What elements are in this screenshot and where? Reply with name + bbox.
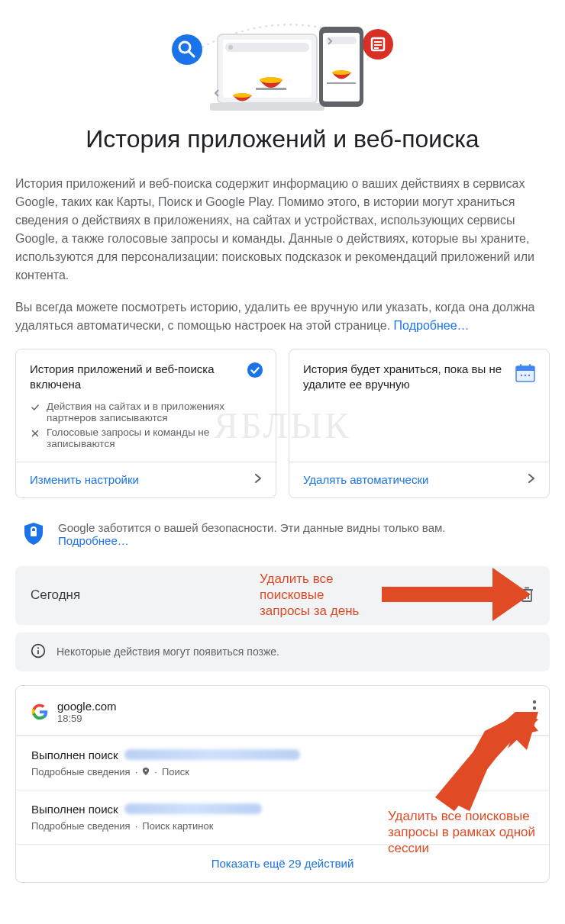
activity-row-source: Поиск xyxy=(162,766,189,778)
change-settings-label: Изменить настройки xyxy=(30,473,139,486)
activity-row-prefix: Выполнен поиск xyxy=(31,803,118,816)
dot-separator: · xyxy=(135,820,138,832)
delete-day-button[interactable] xyxy=(519,586,534,605)
svg-rect-32 xyxy=(522,590,531,601)
calendar-icon xyxy=(514,362,537,388)
svg-point-28 xyxy=(521,375,522,376)
shield-icon xyxy=(23,521,44,548)
svg-rect-26 xyxy=(520,364,521,368)
svg-point-30 xyxy=(528,375,530,376)
activity-site: google.com xyxy=(57,700,117,713)
svg-rect-31 xyxy=(31,531,37,536)
svg-point-11 xyxy=(228,45,233,50)
x-icon xyxy=(30,428,40,439)
svg-point-13 xyxy=(260,77,282,83)
card-activity-enabled: История приложений и веб-поиска включена… xyxy=(15,349,276,498)
svg-point-15 xyxy=(233,93,251,98)
page-description-2: Вы всегда можете посмотреть историю, уда… xyxy=(15,298,550,335)
auto-delete-button[interactable]: Удалять автоматически xyxy=(289,462,549,497)
activity-header: google.com 18:59 xyxy=(16,686,549,727)
card-sub-2-text: Голосовые запросы и команды не записываю… xyxy=(47,427,262,449)
svg-point-21 xyxy=(247,362,263,378)
svg-point-42 xyxy=(533,700,536,703)
svg-rect-25 xyxy=(516,366,534,371)
card-retention-title: История будет храниться, пока вы не удал… xyxy=(303,362,535,393)
info-bar: Некоторые действия могут появиться позже… xyxy=(15,633,550,671)
svg-point-45 xyxy=(145,769,147,771)
info-bar-text: Некоторые действия могут появиться позже… xyxy=(56,646,279,658)
settings-cards: История приложений и веб-поиска включена… xyxy=(15,349,550,498)
dot-separator: · xyxy=(135,766,138,778)
hero-svg xyxy=(153,8,412,114)
activity-more-button[interactable] xyxy=(532,700,537,719)
trash-icon xyxy=(519,586,534,603)
dot-separator: · xyxy=(154,766,157,778)
card-sub-1-text: Действия на сайтах и в приложениях партн… xyxy=(47,401,262,423)
svg-point-29 xyxy=(525,375,526,376)
change-settings-button[interactable]: Изменить настройки xyxy=(16,462,276,497)
svg-rect-37 xyxy=(382,587,496,602)
activity-row-details[interactable]: Подробные сведения xyxy=(31,820,131,832)
svg-rect-12 xyxy=(210,103,324,111)
location-pin-icon xyxy=(142,766,150,778)
activity-card: google.com 18:59 Выполнен поиск Подробны… xyxy=(15,685,550,883)
today-header: Сегодня Удалить все поисковые запросы за… xyxy=(15,566,550,625)
page-title: История приложений и веб-поиска xyxy=(15,125,550,153)
today-label: Сегодня xyxy=(31,588,80,603)
chevron-right-icon xyxy=(254,473,262,487)
svg-point-41 xyxy=(37,647,39,649)
chevron-right-icon xyxy=(528,473,535,487)
svg-rect-20 xyxy=(327,82,356,84)
show-more-button[interactable]: Показать ещё 29 действий xyxy=(16,844,549,882)
security-learn-more-link[interactable]: Подробнее… xyxy=(58,534,129,547)
redacted-query xyxy=(124,749,300,760)
svg-point-0 xyxy=(172,34,202,65)
check-circle-icon xyxy=(247,362,263,382)
card-sub-item-2: Голосовые запросы и команды не записываю… xyxy=(30,427,262,449)
activity-row: Выполнен поиск Подробные сведения · Поис… xyxy=(16,790,549,844)
card-retention: История будет храниться, пока вы не удал… xyxy=(289,349,550,498)
svg-rect-27 xyxy=(529,364,531,368)
google-logo-icon xyxy=(31,703,48,720)
more-vertical-icon xyxy=(532,700,537,716)
auto-delete-label: Удалять автоматически xyxy=(303,473,428,486)
activity-time: 18:59 xyxy=(57,713,117,724)
hero-illustration xyxy=(15,0,550,119)
card-activity-title: История приложений и веб-поиска включена xyxy=(30,362,262,393)
info-icon xyxy=(31,643,46,661)
learn-more-link[interactable]: Подробнее… xyxy=(394,319,470,332)
security-text: Google заботится о вашей безопасности. Э… xyxy=(58,521,445,534)
svg-point-44 xyxy=(533,712,536,715)
security-notice: Google заботится о вашей безопасности. Э… xyxy=(15,517,550,566)
check-icon xyxy=(30,402,40,413)
svg-rect-14 xyxy=(256,88,286,90)
activity-row-prefix: Выполнен поиск xyxy=(31,749,118,761)
svg-point-19 xyxy=(332,70,350,75)
annotation-delete-day: Удалить все поисковые запросы за день xyxy=(260,571,359,620)
card-sub-item-1: Действия на сайтах и в приложениях партн… xyxy=(30,401,262,423)
svg-point-43 xyxy=(533,706,536,709)
arrow-icon xyxy=(382,568,531,621)
activity-row-source: Поиск картинок xyxy=(142,820,213,832)
redacted-query xyxy=(124,803,262,814)
activity-row-details[interactable]: Подробные сведения xyxy=(31,766,131,778)
page-description-1: История приложений и веб-поиска содержит… xyxy=(15,175,550,285)
svg-rect-10 xyxy=(225,43,309,52)
activity-row: Выполнен поиск Подробные сведения · · По… xyxy=(16,736,549,790)
